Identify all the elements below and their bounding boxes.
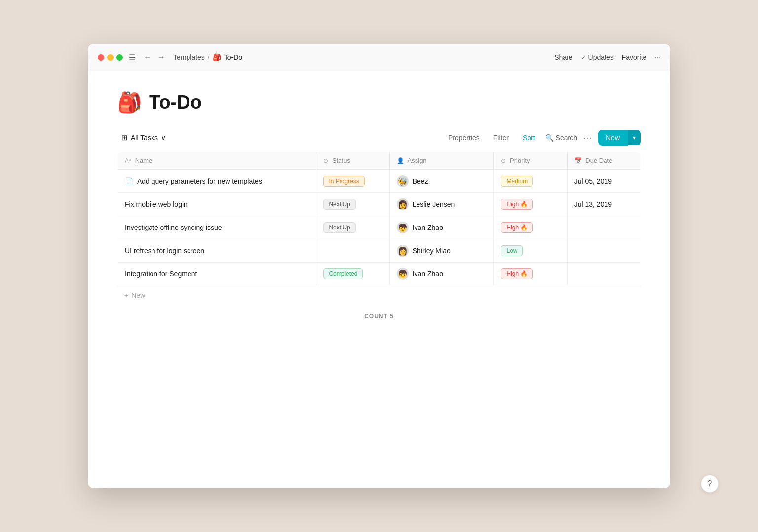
table-row[interactable]: Fix mobile web loginNext Up👩Leslie Jense… [118, 193, 641, 216]
table-row[interactable]: Investigate offline syncing issueNext Up… [118, 216, 641, 239]
task-name: Investigate offline syncing issue [125, 224, 309, 231]
priority-badge[interactable]: High 🔥 [501, 222, 533, 233]
more-button[interactable]: ··· [654, 53, 660, 61]
task-name-text: Fix mobile web login [125, 200, 188, 208]
assign-cell: 👦Ivan Zhao [397, 222, 487, 233]
toolbar-more-button[interactable]: ··· [583, 133, 592, 143]
task-assign-cell: 👦Ivan Zhao [389, 263, 494, 286]
assign-cell: 👩Shirley Miao [397, 245, 487, 257]
col-header-duedate: 📅 Due Date [567, 152, 640, 170]
col-header-priority: ⊙ Priority [494, 152, 567, 170]
task-name-cell: UI refresh for login screen [118, 239, 316, 263]
table-icon: ⊞ [121, 133, 128, 142]
task-name: Integration for Segment [125, 270, 309, 278]
duedate-col-icon: 📅 [574, 157, 582, 164]
priority-badge[interactable]: High 🔥 [501, 199, 533, 210]
assign-cell: 🐝Beez [397, 175, 487, 187]
new-button-group: New ▾ [598, 130, 641, 146]
assignee-name: Beez [413, 177, 428, 185]
status-badge[interactable]: Next Up [323, 222, 355, 233]
task-priority-cell: Medium [494, 170, 567, 193]
task-duedate-cell: Jul 05, 2019 [567, 170, 640, 193]
task-priority-cell: High 🔥 [494, 263, 567, 286]
traffic-lights [98, 54, 123, 61]
properties-button[interactable]: Properties [444, 131, 484, 145]
task-status-cell: Completed [316, 263, 389, 286]
add-new-row[interactable]: + New [117, 286, 641, 304]
priority-badge[interactable]: Low [501, 245, 523, 256]
share-button[interactable]: Share [554, 53, 572, 61]
task-name-text: Integration for Segment [125, 270, 197, 278]
toolbar-right: Properties Filter Sort 🔍 Search ··· New … [444, 130, 641, 146]
avatar: 👩 [397, 198, 409, 210]
forward-button[interactable]: → [155, 52, 167, 63]
content: 🎒 To-Do ⊞ All Tasks ∨ Properties Filter … [88, 71, 670, 478]
priority-badge[interactable]: Medium [501, 176, 533, 187]
count-value: 5 [390, 313, 394, 320]
page-header: 🎒 To-Do [117, 91, 641, 114]
task-name: Fix mobile web login [125, 200, 309, 208]
check-icon: ✓ [581, 54, 586, 61]
back-button[interactable]: ← [142, 52, 153, 63]
toolbar-left: ⊞ All Tasks ∨ [117, 130, 170, 145]
count-row: COUNT 5 [117, 304, 641, 329]
titlebar-left: ☰ ← → Templates / 🎒 To-Do [98, 52, 242, 63]
count-label: COUNT [364, 313, 390, 320]
assign-cell: 👦Ivan Zhao [397, 268, 487, 280]
close-button[interactable] [98, 54, 104, 61]
task-name-cell: 📄Add query parameters for new templates [118, 170, 316, 193]
task-name-cell: Investigate offline syncing issue [118, 216, 316, 239]
assign-cell: 👩Leslie Jensen [397, 198, 487, 210]
nav-arrows: ← → [142, 52, 167, 63]
task-status-cell: In Progress [316, 170, 389, 193]
app-window: ☰ ← → Templates / 🎒 To-Do Share ✓ Update… [88, 44, 670, 488]
search-icon: 🔍 [545, 134, 554, 142]
sort-button[interactable]: Sort [519, 131, 539, 145]
page-title: To-Do [149, 92, 202, 113]
priority-col-icon: ⊙ [501, 157, 506, 164]
col-header-assign: 👤 Assign [389, 152, 494, 170]
favorite-button[interactable]: Favorite [622, 53, 647, 61]
minimize-button[interactable] [107, 54, 114, 61]
assignee-name: Ivan Zhao [413, 270, 443, 278]
search-label: Search [556, 134, 577, 142]
menu-icon[interactable]: ☰ [129, 53, 136, 62]
updates-button[interactable]: ✓ Updates [581, 53, 614, 61]
new-dropdown-button[interactable]: ▾ [628, 130, 641, 145]
table-row[interactable]: 📄Add query parameters for new templatesI… [118, 170, 641, 193]
avatar: 👦 [397, 222, 409, 233]
page-icon: 🎒 [117, 91, 142, 114]
name-col-label: Name [135, 157, 152, 164]
priority-badge[interactable]: High 🔥 [501, 268, 533, 279]
task-assign-cell: 👩Leslie Jensen [389, 193, 494, 216]
new-button[interactable]: New [598, 130, 628, 146]
filter-button[interactable]: Filter [490, 131, 513, 145]
task-priority-cell: Low [494, 239, 567, 263]
assignee-name: Leslie Jensen [413, 200, 455, 208]
task-status-cell: Next Up [316, 193, 389, 216]
breadcrumb-separator: / [208, 53, 210, 61]
col-header-status: ⊙ Status [316, 152, 389, 170]
breadcrumb-title: To-Do [224, 53, 242, 61]
table-header-row: Aᵃ Name ⊙ Status 👤 Assign ⊙ Priority [118, 152, 641, 170]
avatar: 👩 [397, 245, 409, 257]
search-button[interactable]: 🔍 Search [545, 134, 577, 142]
breadcrumb-parent[interactable]: Templates [173, 53, 205, 61]
table-row[interactable]: Integration for SegmentCompleted👦Ivan Zh… [118, 263, 641, 286]
assignee-name: Ivan Zhao [413, 224, 443, 231]
titlebar-right: Share ✓ Updates Favorite ··· [554, 53, 660, 61]
status-badge[interactable]: Completed [323, 268, 363, 279]
assign-col-label: Assign [408, 157, 427, 164]
task-assign-cell: 👩Shirley Miao [389, 239, 494, 263]
maximize-button[interactable] [116, 54, 123, 61]
all-tasks-button[interactable]: ⊞ All Tasks ∨ [117, 130, 170, 145]
avatar: 👦 [397, 268, 409, 280]
col-header-name: Aᵃ Name [118, 152, 316, 170]
breadcrumb: Templates / 🎒 To-Do [173, 53, 242, 61]
status-badge[interactable]: In Progress [323, 176, 364, 187]
assignee-name: Shirley Miao [413, 247, 451, 255]
status-badge[interactable]: Next Up [323, 199, 355, 210]
task-name-text: Add query parameters for new templates [137, 177, 262, 185]
table-row[interactable]: UI refresh for login screen👩Shirley Miao… [118, 239, 641, 263]
task-duedate-cell [567, 263, 640, 286]
